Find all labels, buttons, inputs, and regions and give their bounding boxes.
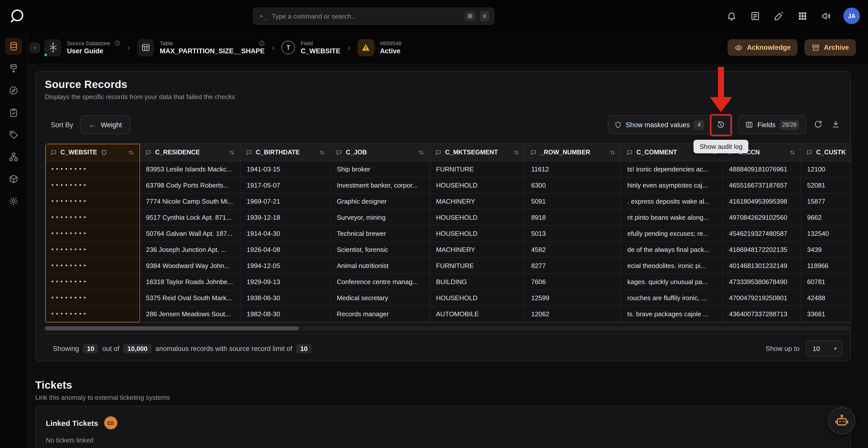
tickets-subtitle: Link this anomaly to external ticketing … (35, 393, 868, 402)
cell-_ROW_NUMBER: 5091 (525, 194, 621, 209)
sidebar-item-sitemap[interactable] (5, 148, 22, 165)
horizontal-scrollbar[interactable] (45, 326, 851, 330)
source-records-title: Source Records (45, 77, 841, 91)
cell-C_CUSTK: 9662 (801, 210, 851, 225)
download-icon[interactable] (831, 120, 841, 130)
cell-C_JOB: Graphic designer (331, 194, 430, 209)
crumb-label: Field (301, 40, 313, 46)
command-search-input[interactable]: >_ Type a command or search... ⌘ K (253, 7, 494, 25)
user-avatar[interactable]: JA (843, 7, 860, 24)
sort-icon[interactable] (319, 149, 325, 156)
cmd-key-badge: ⌘ (465, 11, 475, 21)
column-label: C_CUSTK (816, 149, 846, 156)
page-size-select[interactable]: 10 ▾ (806, 340, 842, 356)
breadcrumb-item-table[interactable]: Table MAX_PARTITION_SIZE__SHAPE (137, 39, 265, 56)
table-row: ••••••••9517 Cynthia Lock Apt. 871...193… (45, 210, 851, 226)
cell-_ROW_NUMBER: 8918 (525, 210, 621, 225)
add-ticket-button[interactable] (104, 416, 117, 429)
records-footer: Showing 10 out of 10,000 anomalous recor… (36, 334, 850, 363)
cell-C_WEBSITE: •••••••• (45, 290, 140, 306)
snowflake-icon (44, 39, 61, 56)
breadcrumb-item-anomaly[interactable]: #659546 Active (357, 39, 402, 56)
info-icon[interactable] (114, 40, 120, 46)
show-masked-values-toggle[interactable]: Show masked values 4 (608, 115, 731, 134)
sidebar-item-database[interactable] (5, 38, 22, 55)
sidebar-item-gear[interactable] (5, 193, 22, 210)
sort-icon[interactable] (128, 149, 134, 156)
cell-C_RESIDENCE: 16318 Taylor Roads Johnbe... (140, 274, 241, 289)
cell-C_MKTSEGMENT: FURNITURE (430, 258, 525, 274)
cell-C_CUSTK: 15877 (801, 194, 851, 209)
column-header-C_MKTSEGMENT[interactable]: C_MKTSEGMENT (430, 144, 525, 161)
column-header-C_RESIDENCE[interactable]: C_RESIDENCE (140, 144, 241, 161)
sidebar-item-package[interactable] (5, 170, 22, 187)
notifications-bell-icon[interactable] (726, 11, 737, 21)
column-label: _ROW_NUMBER (540, 149, 590, 156)
fields-button[interactable]: Fields 28/28 (738, 115, 806, 134)
sort-icon[interactable] (418, 149, 425, 156)
sort-icon[interactable] (609, 149, 616, 156)
cell-C_RESIDENCE: 236 Joseph Junction Apt. ... (140, 242, 241, 257)
chevron-right-icon: › (347, 43, 350, 52)
chevron-right-icon: › (272, 43, 274, 52)
cell-_ROW_NUMBER: 7606 (525, 274, 621, 289)
cell-C_MKTSEGMENT: HOUSEHOLD (430, 290, 525, 306)
cell-C_CUSTK: 3439 (801, 242, 851, 257)
archive-button[interactable]: Archive (805, 39, 856, 56)
sidebar-item-tag[interactable] (5, 126, 22, 143)
warning-triangle-icon (357, 39, 374, 56)
horizontal-scrollbar-thumb[interactable] (45, 326, 299, 330)
cell-C_CUSTK: 12100 (801, 162, 851, 177)
cell-C_WEBSITE: •••••••• (45, 258, 140, 274)
table-row: ••••••••50764 Galvan Wall Apt. 187...191… (45, 226, 851, 242)
main-area: › Source Datastore User Guide › (28, 0, 868, 448)
topbar: >_ Type a command or search... ⌘ K JA (0, 0, 868, 32)
sidebar-expand-button[interactable]: › (30, 42, 40, 53)
app-logo-icon[interactable] (7, 6, 27, 26)
show-audit-log-button[interactable] (711, 116, 730, 134)
cell-C_WEBSITE: •••••••• (45, 274, 140, 289)
column-header-C_BIRTHDATE[interactable]: C_BIRTHDATE (241, 144, 331, 161)
info-icon[interactable] (258, 40, 265, 46)
column-label: C_MKTSEGMENT (445, 149, 498, 156)
cell-C_MKTSEGMENT: MACHINERY (430, 242, 525, 257)
cell-C_COMMENT: efully pending excuses; re... (621, 226, 723, 241)
announcements-megaphone-icon[interactable] (821, 11, 831, 21)
footer-text: Showing (53, 345, 79, 352)
columns-icon (745, 121, 753, 129)
column-header-C_WEBSITE[interactable]: C_WEBSITE (45, 144, 140, 161)
sort-icon[interactable] (228, 149, 235, 156)
cell-C_COMMENT: rouches are fluffily ironic, ... (621, 290, 723, 306)
sidebar-item-datastore-flow[interactable] (5, 60, 22, 77)
cell-C_COMMENT: ecial theodolites. ironic pi... (621, 258, 723, 274)
column-header-C_CUSTK[interactable]: C_CUSTK (801, 144, 851, 161)
sort-weight-button[interactable]: ← Weight (80, 115, 131, 134)
column-comment-icon (145, 149, 152, 156)
cell-C_BIRTHDATE: 1926-04-08 (241, 242, 331, 257)
sort-icon[interactable] (789, 149, 796, 156)
column-header-C_JOB[interactable]: C_JOB (331, 144, 430, 161)
cell-C_MKTSEGMENT: AUTOMOBILE (430, 306, 525, 322)
cell-C_CCN: 4700479219250801 (723, 290, 801, 306)
breadcrumb-item-source-datastore[interactable]: Source Datastore User Guide (44, 39, 120, 56)
table-row: ••••••••83953 Leslie Islands Mackc...194… (45, 162, 851, 177)
column-header-_ROW_NUMBER[interactable]: _ROW_NUMBER (525, 144, 621, 161)
breadcrumb-item-field[interactable]: T Field C_WEBSITE (282, 40, 341, 55)
refresh-icon[interactable] (814, 120, 824, 130)
cell-C_MKTSEGMENT: HOUSEHOLD (430, 210, 525, 225)
sort-icon[interactable] (513, 149, 520, 156)
column-label: C_JOB (346, 149, 367, 156)
changelog-icon[interactable] (750, 11, 760, 21)
source-records-panel: Source Records Displays the specific rec… (35, 71, 851, 361)
sidebar-item-compass[interactable] (5, 82, 22, 99)
assistant-robot-button[interactable] (828, 407, 856, 435)
cell-C_JOB: Technical brewer (331, 226, 430, 241)
cell-C_MKTSEGMENT: BUILDING (430, 274, 525, 289)
sidebar-item-clipboard-check[interactable] (5, 104, 22, 121)
compose-pen-icon[interactable] (774, 11, 784, 21)
acknowledge-button[interactable]: Acknowledge (728, 39, 798, 56)
topbar-actions: JA (726, 0, 860, 32)
cell-C_CCN: 4186948172202135 (723, 242, 801, 257)
apps-grid-icon[interactable] (798, 11, 808, 21)
cell-_ROW_NUMBER: 11612 (525, 162, 621, 177)
